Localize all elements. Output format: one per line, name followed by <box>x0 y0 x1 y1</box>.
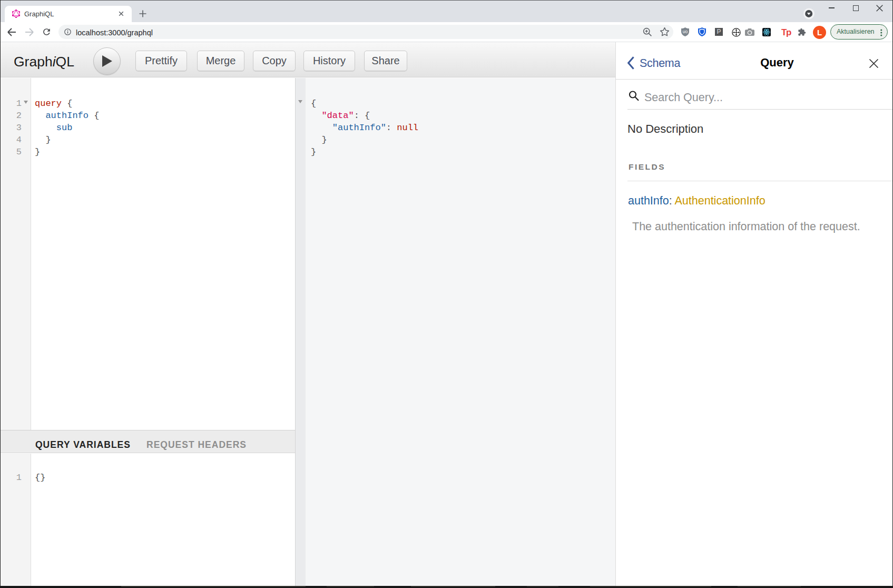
svg-text:UO: UO <box>683 30 688 34</box>
